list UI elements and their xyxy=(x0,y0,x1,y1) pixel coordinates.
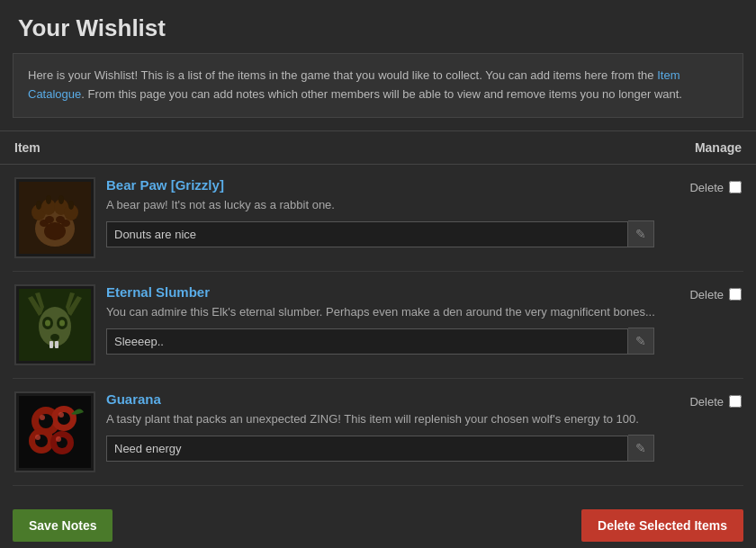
info-box: Here is your Wishlist! This is a list of… xyxy=(13,53,743,118)
item-details-guarana: Guarana A tasty plant that packs an unex… xyxy=(106,391,670,463)
svg-point-14 xyxy=(56,216,65,223)
item-manage-eternal-slumber: Delete xyxy=(670,284,742,301)
svg-point-23 xyxy=(59,319,65,326)
svg-rect-21 xyxy=(55,341,58,348)
item-manage-bear-paw: Delete xyxy=(670,177,742,194)
delete-label-guarana: Delete xyxy=(689,395,724,409)
delete-label-bear-paw: Delete xyxy=(689,181,724,194)
note-edit-icon-guarana[interactable]: ✎ xyxy=(628,435,654,462)
item-name-guarana: Guarana xyxy=(106,391,670,407)
item-name-bear-paw: Bear Paw [Grizzly] xyxy=(106,177,670,193)
table-row: Bear Paw [Grizzly] A bear paw! It's not … xyxy=(13,165,743,272)
table-row: Guarana A tasty plant that packs an unex… xyxy=(13,379,743,486)
item-list: Bear Paw [Grizzly] A bear paw! It's not … xyxy=(0,165,756,486)
svg-point-34 xyxy=(58,412,64,418)
item-note-eternal-slumber: ✎ xyxy=(106,328,670,355)
item-desc-guarana: A tasty plant that packs an unexpected Z… xyxy=(106,410,670,428)
note-input-guarana[interactable] xyxy=(106,436,628,462)
item-manage-guarana: Delete xyxy=(670,391,742,409)
svg-point-7 xyxy=(46,195,51,204)
delete-checkbox-eternal-slumber[interactable] xyxy=(729,288,742,301)
svg-point-13 xyxy=(45,216,54,223)
svg-point-22 xyxy=(45,319,50,326)
table-row: Eternal Slumber You can admire this Elk'… xyxy=(13,272,743,379)
info-text-before: Here is your Wishlist! This is a list of… xyxy=(28,68,657,82)
svg-point-19 xyxy=(50,334,59,341)
item-image-guarana xyxy=(14,391,95,472)
svg-point-36 xyxy=(56,436,61,442)
item-image-eternal-slumber xyxy=(14,284,95,365)
svg-point-35 xyxy=(35,435,40,440)
delete-selected-button[interactable]: Delete Selected Items xyxy=(581,509,743,542)
delete-checkbox-guarana[interactable] xyxy=(729,395,742,408)
item-name-eternal-slumber: Eternal Slumber xyxy=(106,284,670,300)
page-title: Your Wishlist xyxy=(0,0,756,53)
svg-point-6 xyxy=(36,201,41,210)
svg-point-9 xyxy=(68,201,74,210)
save-notes-button[interactable]: Save Notes xyxy=(13,509,112,542)
item-desc-eternal-slumber: You can admire this Elk's eternal slumbe… xyxy=(106,303,670,321)
item-image-bear-paw xyxy=(14,177,95,258)
item-desc-bear-paw: A bear paw! It's not as lucky as a rabbi… xyxy=(106,196,670,214)
info-text-after: . From this page you can add notes which… xyxy=(81,87,682,101)
note-edit-icon-eternal-slumber[interactable]: ✎ xyxy=(628,328,654,355)
col-manage-label: Manage xyxy=(695,140,742,155)
item-note-bear-paw: ✎ xyxy=(106,220,670,247)
table-header: Item Manage xyxy=(0,131,756,165)
item-note-guarana: ✎ xyxy=(106,435,670,462)
delete-checkbox-bear-paw[interactable] xyxy=(729,181,742,193)
item-details-eternal-slumber: Eternal Slumber You can admire this Elk'… xyxy=(106,284,670,355)
svg-rect-20 xyxy=(50,341,53,348)
svg-point-33 xyxy=(40,415,45,420)
footer: Save Notes Delete Selected Items xyxy=(0,493,756,548)
note-input-bear-paw[interactable] xyxy=(106,221,628,247)
item-details-bear-paw: Bear Paw [Grizzly] A bear paw! It's not … xyxy=(106,177,670,248)
delete-label-eternal-slumber: Delete xyxy=(689,288,724,301)
note-edit-icon-bear-paw[interactable]: ✎ xyxy=(628,220,654,247)
note-input-eternal-slumber[interactable] xyxy=(106,328,628,355)
svg-point-8 xyxy=(58,195,64,204)
col-item-label: Item xyxy=(14,140,40,155)
